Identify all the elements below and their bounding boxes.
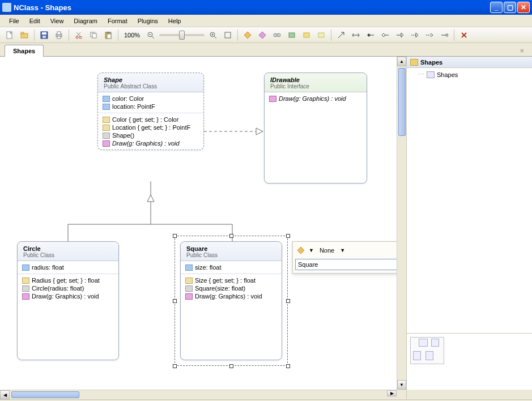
copy-button[interactable] [87, 29, 100, 41]
constructor-icon [103, 133, 110, 139]
field-icon [103, 104, 110, 110]
member-text: Color { get; set; } : Color [112, 116, 178, 123]
member-text: Square(size: float) [195, 285, 245, 292]
project-panel: Shapes ⋯ Shapes [406, 57, 532, 390]
class-circle-header: Circle Public Class [18, 242, 118, 261]
close-button[interactable]: ✕ [517, 2, 530, 13]
tabbar: Shapes × [0, 43, 532, 57]
svg-rect-26 [225, 32, 231, 38]
scroll-left-button[interactable]: ◀ [0, 390, 10, 399]
nesting-button[interactable] [438, 29, 450, 41]
zoom-out-button[interactable] [144, 29, 157, 41]
menu-help[interactable]: Help [164, 16, 186, 25]
menu-file[interactable]: File [5, 16, 24, 25]
class-idrawable-stereo: Public Interface [270, 83, 361, 89]
class-circle-methods: Radius { get; set; } : float Circle(radi… [18, 274, 118, 347]
svg-rect-17 [107, 32, 110, 33]
scroll-down-button[interactable]: ▼ [397, 380, 406, 390]
svg-rect-5 [42, 32, 46, 35]
member-text: Shape() [112, 132, 134, 139]
maximize-button[interactable]: ▢ [504, 2, 516, 13]
app-icon [2, 3, 11, 12]
class-square[interactable]: Square Public Class size: float Size { g… [180, 241, 282, 360]
svg-rect-31 [289, 33, 295, 37]
scroll-up-button[interactable]: ▲ [397, 57, 406, 66]
project-tree[interactable]: ⋯ Shapes [407, 68, 532, 333]
selection-handle[interactable] [286, 364, 290, 368]
menu-view[interactable]: View [46, 16, 69, 25]
zoom-slider[interactable] [159, 34, 205, 36]
scroll-right-button[interactable]: ▶ [387, 390, 397, 396]
project-root-label: Shapes [420, 59, 442, 66]
overview-minimap[interactable] [410, 337, 444, 364]
titlebar: NClass - Shapes _ ▢ ✕ [0, 0, 532, 15]
member-text: Draw(g: Graphics) : void [195, 293, 262, 300]
new-class-button[interactable] [241, 29, 254, 41]
zoom-slider-thumb[interactable] [179, 31, 185, 40]
menu-diagram[interactable]: Diagram [69, 16, 102, 25]
save-button[interactable] [38, 29, 50, 41]
fit-button[interactable] [222, 29, 234, 41]
folder-icon [410, 59, 418, 66]
tab-shapes[interactable]: Shapes [5, 45, 44, 57]
menu-plugins[interactable]: Plugins [133, 16, 163, 25]
open-button[interactable] [18, 29, 31, 41]
selection-handle[interactable] [173, 299, 177, 303]
class-edit-popup[interactable]: ▼ None ▼ + ▼ AZ [292, 241, 397, 274]
hscrollbar[interactable]: ◀ ▶ [0, 390, 397, 399]
class-shape[interactable]: Shape Public Abstract Class color: Color… [97, 72, 204, 150]
composition-button[interactable] [364, 29, 377, 41]
svg-rect-9 [57, 36, 61, 39]
property-icon [103, 117, 110, 123]
aggregation-button[interactable] [379, 29, 391, 41]
print-button[interactable] [53, 29, 65, 41]
generalization-button[interactable] [394, 29, 406, 41]
class-idrawable[interactable]: IDrawable Public Interface Draw(g: Graph… [264, 72, 367, 184]
new-delegate-button[interactable] [300, 29, 313, 41]
constructor-icon [22, 285, 29, 292]
svg-rect-33 [318, 33, 324, 37]
class-circle[interactable]: Circle Public Class radius: float Radius… [17, 241, 119, 360]
member-text: Draw(g: Graphics) : void [279, 95, 346, 102]
paste-button[interactable] [102, 29, 114, 41]
member-text: Draw(g: Graphics) : void [112, 140, 180, 147]
new-enum-button[interactable] [286, 29, 298, 41]
member-text: radius: float [32, 264, 64, 271]
assoc-button[interactable] [335, 29, 347, 41]
svg-line-23 [214, 36, 216, 39]
svg-point-30 [277, 33, 280, 37]
assoc-bidir-button[interactable] [350, 29, 362, 41]
new-comment-button[interactable] [315, 29, 327, 41]
vscrollbar[interactable]: ▲ ▼ [397, 57, 406, 390]
realization-button[interactable] [408, 29, 421, 41]
diagram-canvas[interactable]: Shape Public Abstract Class color: Color… [0, 57, 397, 390]
minimize-button[interactable]: _ [490, 2, 503, 13]
tree-item-shapes[interactable]: ⋯ Shapes [411, 70, 527, 79]
popup-name-input[interactable] [295, 259, 397, 270]
selection-handle[interactable] [286, 299, 290, 303]
menu-format[interactable]: Format [103, 16, 132, 25]
selection-handle[interactable] [173, 364, 177, 368]
new-struct-button[interactable] [271, 29, 283, 41]
zoom-in-button[interactable] [207, 29, 219, 41]
hscroll-thumb[interactable] [11, 391, 79, 398]
method-icon [269, 96, 276, 102]
cut-button[interactable] [73, 29, 85, 41]
popup-access-label[interactable]: None [316, 247, 338, 254]
popup-access-icon[interactable] [295, 245, 307, 256]
svg-line-20 [152, 36, 154, 39]
vscroll-thumb[interactable] [398, 68, 406, 136]
selection-handle[interactable] [286, 234, 290, 238]
class-shape-header: Shape Public Abstract Class [98, 73, 203, 92]
tab-close-button[interactable]: × [516, 45, 527, 56]
overview-panel[interactable] [407, 333, 532, 390]
selection-handle[interactable] [173, 234, 177, 238]
dependency-button[interactable] [423, 29, 436, 41]
new-interface-button[interactable] [256, 29, 269, 41]
delete-button[interactable] [458, 29, 470, 41]
new-button[interactable] [3, 29, 16, 41]
selection-handle[interactable] [229, 364, 233, 368]
menubar: File Edit View Diagram Format Plugins He… [0, 15, 532, 27]
menu-edit[interactable]: Edit [25, 16, 45, 25]
selection-handle[interactable] [229, 234, 233, 238]
